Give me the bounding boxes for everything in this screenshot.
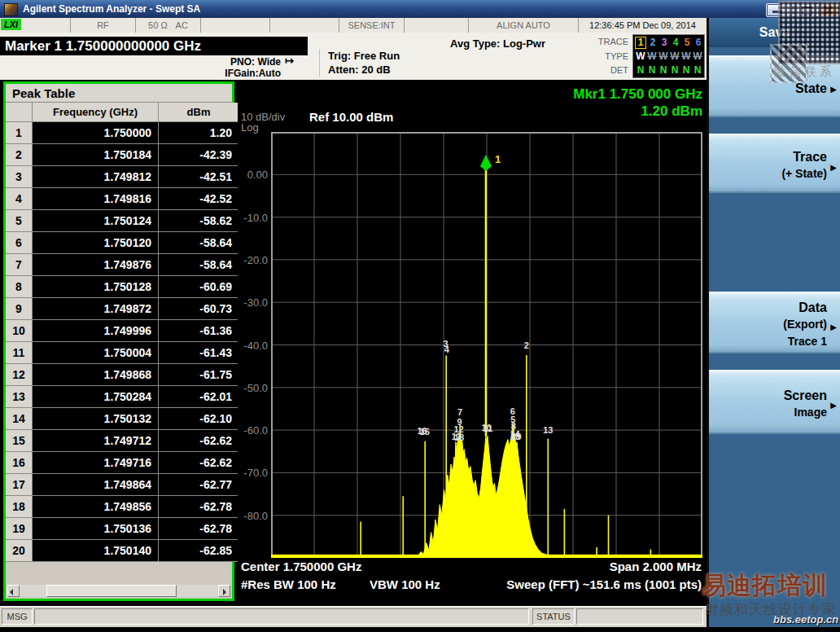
peak-table-hscrollbar[interactable] bbox=[7, 585, 230, 597]
peak-table-row[interactable]: 171.749864-62.77 bbox=[6, 474, 239, 496]
settings-strip: Marker 1 1.750000000000 GHz PNO: Wide ↦ … bbox=[0, 33, 707, 80]
softkey-data[interactable]: Data(Export)Trace 1▶ bbox=[709, 292, 840, 353]
peak-amplitude: -58.64 bbox=[159, 254, 239, 276]
softkey-trace-line2: (+ State) bbox=[709, 165, 840, 182]
peak-amplitude: -60.73 bbox=[159, 298, 239, 320]
title-bar[interactable]: Agilent Spectrum Analyzer - Swept SA bbox=[0, 0, 840, 18]
sense-indicator: SENSE:INT bbox=[339, 18, 405, 33]
peak-number: 14 bbox=[6, 408, 33, 430]
peak-table-row[interactable]: 91.749872-60.73 bbox=[6, 298, 239, 320]
trace-select-5[interactable]: 5 bbox=[681, 36, 693, 50]
app-icon bbox=[4, 3, 18, 16]
arrow-right-icon: ▶ bbox=[830, 401, 837, 410]
peak-table-row[interactable]: 21.750184-42.39 bbox=[6, 144, 239, 166]
peak-number: 17 bbox=[6, 474, 33, 496]
softkey-trace[interactable]: Trace(+ State)▶ bbox=[709, 134, 840, 193]
y-tick-0.00: 0.00 bbox=[238, 169, 268, 181]
trace-type-2: W bbox=[646, 50, 658, 64]
marker-1-label: 1 bbox=[495, 153, 501, 165]
spectrum-analyzer-window: Agilent Spectrum Analyzer - Swept SA LXI… bbox=[0, 0, 840, 632]
trace-select-6[interactable]: 6 bbox=[693, 36, 704, 50]
peak-table-row[interactable]: 11.7500001.20 bbox=[6, 122, 239, 144]
atten-setting: Atten: 20 dB bbox=[328, 63, 458, 77]
peak-frequency: 1.749712 bbox=[33, 430, 159, 452]
peak-amplitude: -62.62 bbox=[159, 430, 239, 452]
peak-table-row[interactable]: 151.749712-62.62 bbox=[6, 430, 239, 452]
trace-matrix-labels: TRACE TYPE DET bbox=[568, 35, 628, 78]
peak-table-row[interactable]: 191.750136-62.78 bbox=[6, 518, 239, 540]
peak-table-row[interactable]: 201.750140-62.85 bbox=[6, 540, 239, 562]
softkey-screen-line1: Screen bbox=[709, 387, 840, 404]
peak-table-row[interactable]: 121.749868-61.75 bbox=[6, 364, 239, 386]
input-coupling-cell: 50 Ω AC bbox=[136, 18, 201, 33]
trace-select-2[interactable]: 2 bbox=[647, 36, 658, 50]
peak-number: 19 bbox=[6, 518, 33, 540]
blank-cell-2 bbox=[270, 18, 339, 33]
peak-frequency: 1.749816 bbox=[33, 188, 159, 210]
peak-frequency: 1.749812 bbox=[33, 166, 159, 188]
trace-det-3: N bbox=[658, 64, 669, 77]
peak-number: 18 bbox=[6, 496, 33, 518]
trace-type-1: W bbox=[635, 50, 646, 64]
peak-table-row[interactable]: 111.750004-61.43 bbox=[6, 342, 239, 364]
peak-table-header-row: Frequency (GHz) dBm bbox=[6, 103, 239, 122]
peak-number: 16 bbox=[6, 452, 33, 474]
scroll-right-icon[interactable] bbox=[218, 585, 230, 597]
trace-select-3[interactable]: 3 bbox=[658, 36, 670, 50]
peak-frequency: 1.750124 bbox=[33, 210, 159, 232]
peak-amplitude: -62.85 bbox=[159, 540, 239, 562]
trace-det-2: N bbox=[646, 64, 658, 77]
peak-amplitude: -62.10 bbox=[159, 408, 239, 430]
peak-table-row[interactable]: 31.749812-42.51 bbox=[6, 166, 239, 188]
peak-number: 11 bbox=[6, 342, 33, 364]
lxi-badge: LXI bbox=[1, 19, 21, 30]
peak-label-18: 18 bbox=[454, 432, 464, 442]
peak-table-row[interactable]: 41.749816-42.52 bbox=[6, 188, 239, 210]
center-freq-label: Center 1.750000 GHz bbox=[241, 560, 361, 573]
trace-matrix[interactable]: 123456WWWWWWNNNNNN bbox=[632, 34, 705, 78]
peak-frequency: 1.749876 bbox=[33, 254, 159, 276]
peak-table-row[interactable]: 161.749716-62.62 bbox=[6, 452, 239, 474]
trace-type-4: W bbox=[669, 50, 680, 64]
peak-number: 3 bbox=[6, 166, 33, 188]
peak-amplitude: -61.36 bbox=[159, 320, 239, 342]
peak-table-row[interactable]: 101.749996-61.36 bbox=[6, 320, 239, 342]
peak-frequency: 1.750004 bbox=[33, 342, 159, 364]
impedance-indicator: 50 Ω bbox=[148, 19, 168, 33]
trace-select-4[interactable]: 4 bbox=[670, 36, 681, 50]
trace-select-1[interactable]: 1 bbox=[635, 37, 646, 49]
scrollbar-thumb[interactable] bbox=[46, 585, 177, 597]
peak-amplitude: -42.39 bbox=[159, 144, 239, 166]
window-title: Agilent Spectrum Analyzer - Swept SA bbox=[23, 0, 200, 18]
softkey-menu: Save State▶Trace(+ State)▶Data(Export)Tr… bbox=[707, 18, 840, 627]
peak-frequency: 1.750184 bbox=[33, 144, 159, 166]
peak-frequency: 1.749996 bbox=[33, 320, 159, 342]
peak-table-row[interactable]: 61.750120-58.64 bbox=[6, 232, 239, 254]
peak-amplitude: -62.62 bbox=[159, 452, 239, 474]
peak-number: 8 bbox=[6, 276, 33, 298]
peak-table-row[interactable]: 81.750128-60.69 bbox=[6, 276, 239, 298]
peak-frequency: 1.749864 bbox=[33, 474, 159, 496]
annunciator-row: LXI RF 50 Ω AC SENSE:INT ALIGN AUTO 12:3… bbox=[0, 18, 707, 33]
peak-number: 5 bbox=[6, 210, 33, 232]
softkey-screen[interactable]: ScreenImage▶ bbox=[709, 370, 840, 434]
trace-det-4: N bbox=[669, 64, 680, 77]
peak-table-row[interactable]: 71.749876-58.64 bbox=[6, 254, 239, 276]
peak-label-16: 16 bbox=[417, 426, 427, 436]
avg-type-setting: Avg Type: Log-Pwr bbox=[450, 37, 545, 50]
scroll-left-icon[interactable] bbox=[7, 585, 20, 597]
marker-readout-amp: 1.20 dBm bbox=[641, 103, 702, 120]
peak-table-row[interactable]: 141.750132-62.10 bbox=[6, 408, 239, 430]
peak-amplitude: -42.51 bbox=[159, 166, 239, 188]
res-bw-label: #Res BW 100 Hz bbox=[241, 577, 336, 591]
type-row-label: TYPE bbox=[568, 50, 628, 64]
site-watermark: bbs.eetop.cn bbox=[773, 613, 838, 625]
peak-table-row[interactable]: 131.750284-62.01 bbox=[6, 386, 239, 408]
msg-label: MSG bbox=[2, 608, 33, 625]
peak-number: 13 bbox=[6, 386, 33, 408]
peak-number: 2 bbox=[6, 144, 33, 166]
peak-table-row[interactable]: 51.750124-58.62 bbox=[6, 210, 239, 232]
softkey-data-line2: (Export) bbox=[709, 316, 840, 333]
peak-table-row[interactable]: 181.749856-62.78 bbox=[6, 496, 239, 518]
log-scale-label: Log bbox=[241, 121, 259, 134]
